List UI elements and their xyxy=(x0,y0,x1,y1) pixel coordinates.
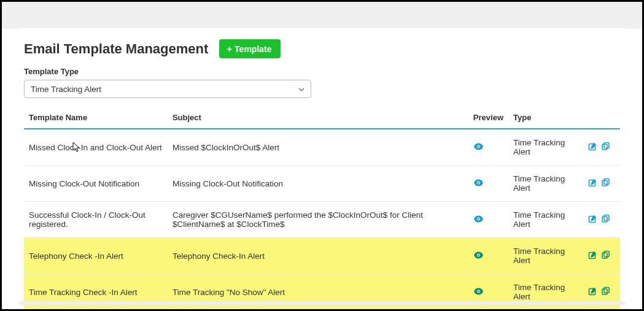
chevron-down-icon xyxy=(298,85,305,93)
table-row[interactable]: Missing Clock-Out NotificationMissing Cl… xyxy=(24,166,620,202)
template-name-cell: Time Tracking Check -In Alert xyxy=(29,288,138,297)
edit-icon[interactable] xyxy=(588,250,597,261)
copy-icon[interactable] xyxy=(601,178,610,189)
edit-icon[interactable] xyxy=(588,178,597,189)
preview-eye-icon[interactable] xyxy=(473,143,484,152)
template-type-cell: Time Tracking Alert xyxy=(513,174,565,193)
horizontal-scrollbar[interactable] xyxy=(19,301,625,305)
template-type-selected: Time Tracking Alert xyxy=(31,85,101,94)
svg-point-16 xyxy=(478,254,479,256)
template-subject-cell: Telephony Check-In Alert xyxy=(173,251,265,261)
svg-rect-23 xyxy=(602,289,607,294)
svg-point-11 xyxy=(478,218,479,220)
column-header-subject[interactable]: Subject xyxy=(168,108,468,129)
template-type-select[interactable]: Time Tracking Alert xyxy=(24,80,311,98)
copy-icon[interactable] xyxy=(601,286,610,298)
template-subject-cell: Missing Clock-Out Notification xyxy=(173,179,283,188)
template-type-label: Template Type xyxy=(24,67,620,76)
preview-eye-icon[interactable] xyxy=(473,288,484,297)
column-header-type[interactable]: Type xyxy=(508,108,583,129)
svg-rect-24 xyxy=(604,288,609,293)
svg-rect-18 xyxy=(602,253,607,258)
template-subject-cell: Caregiver $CGUserName$ performed the $Cl… xyxy=(173,210,423,229)
copy-icon[interactable] xyxy=(601,250,610,261)
template-name-cell: Missing Clock-Out Notification xyxy=(29,179,139,188)
svg-rect-9 xyxy=(604,179,609,185)
templates-table: Template Name Subject Preview Type Misse… xyxy=(24,108,620,309)
svg-point-21 xyxy=(478,290,479,292)
template-name-cell: Successful Clock-In / Clock-Out register… xyxy=(29,210,145,229)
page-title: Email Template Management xyxy=(24,41,208,57)
template-type-cell: Time Tracking Alert xyxy=(513,210,565,229)
edit-icon[interactable] xyxy=(588,214,597,225)
add-template-button[interactable]: + Template xyxy=(219,39,280,58)
template-type-cell: Time Tracking Alert xyxy=(513,247,565,265)
table-row[interactable]: Missed Clock-In and Clock-Out AlertMisse… xyxy=(24,129,620,166)
template-name-cell: Telephony Check -In Alert xyxy=(29,251,123,261)
template-subject-cell: Time Tracking "No Show" Alert xyxy=(173,288,285,297)
add-template-label: Template xyxy=(235,44,271,54)
copy-icon[interactable] xyxy=(601,142,610,153)
template-type-cell: Time Tracking Alert xyxy=(513,283,565,301)
svg-rect-19 xyxy=(604,251,609,257)
svg-rect-8 xyxy=(602,180,607,186)
column-header-preview[interactable]: Preview xyxy=(468,108,508,129)
svg-point-1 xyxy=(478,145,479,147)
table-row[interactable]: Telephony Check -In AlertTelephony Check… xyxy=(24,238,620,274)
column-header-actions xyxy=(583,108,620,129)
column-header-name[interactable]: Template Name xyxy=(24,108,168,129)
preview-eye-icon[interactable] xyxy=(473,251,484,261)
edit-icon[interactable] xyxy=(588,142,597,153)
plus-icon: + xyxy=(227,44,232,54)
svg-rect-4 xyxy=(604,143,609,148)
svg-rect-14 xyxy=(604,215,609,221)
svg-rect-13 xyxy=(602,217,607,222)
svg-rect-3 xyxy=(602,144,607,150)
top-gray-strip xyxy=(2,2,642,29)
template-subject-cell: Missed $ClockInOrOut$ Alert xyxy=(173,143,279,152)
svg-point-6 xyxy=(478,182,479,183)
preview-eye-icon[interactable] xyxy=(473,215,484,225)
template-type-cell: Time Tracking Alert xyxy=(513,138,565,156)
copy-icon[interactable] xyxy=(601,214,610,225)
table-row[interactable]: Successful Clock-In / Clock-Out register… xyxy=(24,202,620,238)
template-name-cell: Missed Clock-In and Clock-Out Alert xyxy=(29,143,162,152)
preview-eye-icon[interactable] xyxy=(473,179,484,188)
edit-icon[interactable] xyxy=(588,286,597,298)
